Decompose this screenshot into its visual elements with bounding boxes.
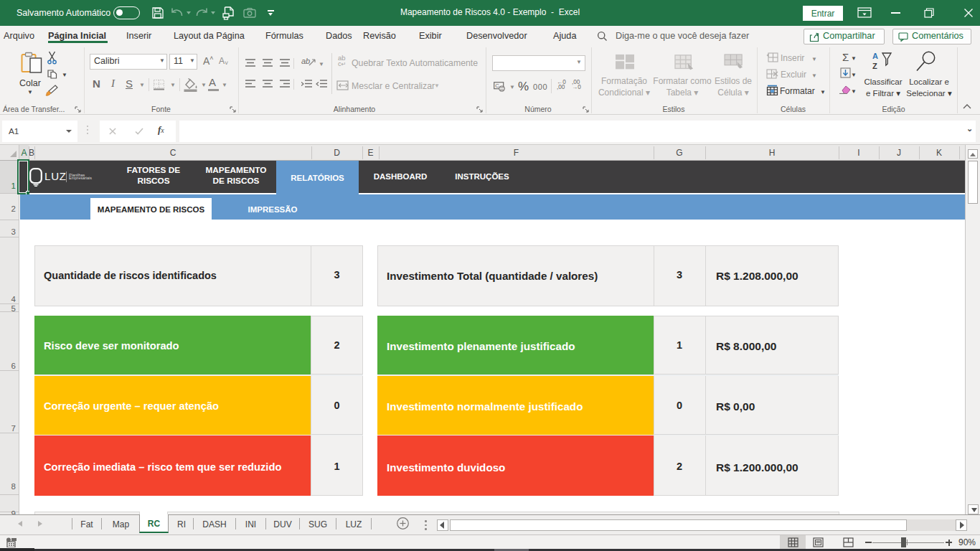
svg-text:Z: Z [872, 62, 877, 70]
svg-text:A: A [872, 52, 878, 60]
